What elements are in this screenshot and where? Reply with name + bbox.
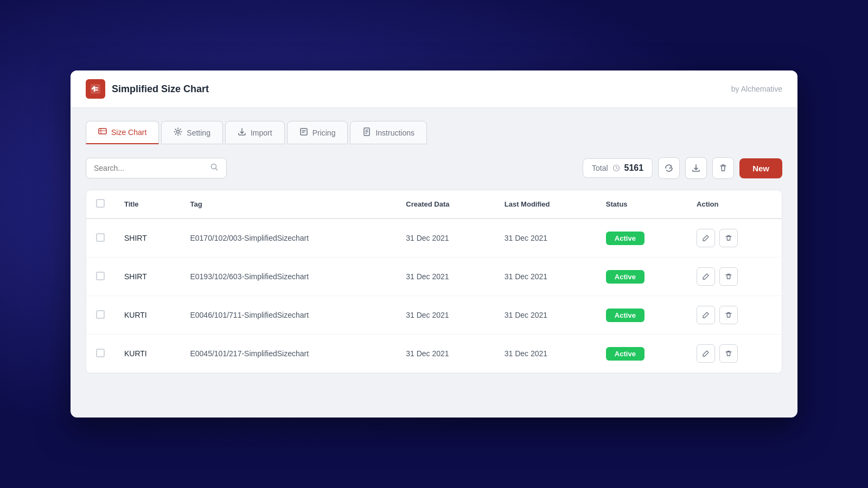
row-last-modified: 31 Dec 2021 [495, 335, 596, 373]
refresh-button[interactable] [658, 157, 680, 179]
row-delete-button[interactable] [719, 229, 738, 247]
new-button[interactable]: New [739, 158, 782, 178]
tabs: Size Chart Setting Impor [86, 121, 782, 144]
tab-instructions-label: Instructions [375, 129, 414, 137]
instructions-icon [362, 127, 371, 138]
total-icon [612, 164, 620, 172]
tab-instructions[interactable]: Instructions [350, 121, 427, 144]
col-action: Action [687, 190, 782, 219]
import-icon [238, 127, 246, 138]
tab-setting-label: Setting [187, 129, 210, 137]
edit-button[interactable] [697, 306, 715, 324]
col-last-modified: Last Modified [495, 190, 596, 219]
row-checkbox[interactable] [96, 349, 105, 357]
row-title: KURTI [114, 296, 180, 335]
row-action-cell [687, 258, 782, 296]
app-logo [86, 79, 105, 99]
row-status-cell: Active [596, 296, 687, 335]
row-delete-button[interactable] [719, 306, 738, 324]
row-action-cell [687, 335, 782, 373]
row-delete-button[interactable] [719, 344, 738, 363]
app-window: Simplified Size Chart by Alchemative Siz… [71, 70, 797, 418]
row-tag: E0170/102/003-SimplifiedSizechart [180, 219, 396, 258]
col-created-date: Created Data [396, 190, 495, 219]
data-table: Title Tag Created Data Last Modified Sta… [86, 190, 782, 374]
status-badge: Active [606, 309, 644, 322]
tab-import-label: Import [251, 129, 272, 137]
total-count: 5161 [624, 163, 644, 173]
row-checkbox[interactable] [96, 272, 105, 280]
table-row: SHIRT E0170/102/003-SimplifiedSizechart … [86, 219, 782, 258]
header: Simplified Size Chart by Alchemative [71, 70, 797, 108]
tab-size-chart[interactable]: Size Chart [86, 121, 159, 144]
row-created-date: 31 Dec 2021 [396, 296, 495, 335]
col-tag: Tag [180, 190, 396, 219]
row-title: SHIRT [114, 258, 180, 296]
action-buttons [697, 267, 772, 286]
total-label: Total [592, 164, 608, 172]
row-tag: E0193/102/603-SimplifiedSizechart [180, 258, 396, 296]
tab-pricing[interactable]: Pricing [287, 121, 348, 144]
row-checkbox-cell [86, 258, 114, 296]
table-row: KURTI E0046/101/711-SimplifiedSizechart … [86, 296, 782, 335]
content-area: Size Chart Setting Impor [71, 108, 797, 387]
row-checkbox-cell [86, 219, 114, 258]
status-badge: Active [606, 232, 644, 245]
table-row: SHIRT E0193/102/603-SimplifiedSizechart … [86, 258, 782, 296]
row-status-cell: Active [596, 219, 687, 258]
edit-button[interactable] [697, 267, 715, 286]
tab-size-chart-label: Size Chart [111, 128, 146, 137]
app-title: Simplified Size Chart [112, 84, 209, 95]
row-tag: E0045/101/217-SimplifiedSizechart [180, 335, 396, 373]
col-status: Status [596, 190, 687, 219]
toolbar: Total 5161 [86, 157, 782, 179]
tab-import[interactable]: Import [225, 121, 285, 144]
row-checkbox[interactable] [96, 233, 105, 242]
row-title: KURTI [114, 335, 180, 373]
row-delete-button[interactable] [719, 267, 738, 286]
pricing-icon [299, 127, 308, 138]
col-checkbox [86, 190, 114, 219]
edit-button[interactable] [697, 344, 715, 363]
svg-rect-1 [99, 129, 106, 134]
search-input[interactable] [94, 164, 206, 172]
action-buttons [697, 229, 772, 247]
table-row: KURTI E0045/101/217-SimplifiedSizechart … [86, 335, 782, 373]
action-buttons [697, 344, 772, 363]
row-checkbox-cell [86, 335, 114, 373]
row-last-modified: 31 Dec 2021 [495, 296, 596, 335]
search-icon [210, 163, 219, 174]
status-badge: Active [606, 270, 644, 284]
row-status-cell: Active [596, 258, 687, 296]
search-box[interactable] [86, 158, 227, 178]
row-created-date: 31 Dec 2021 [396, 335, 495, 373]
header-by: by Alchemative [731, 85, 782, 93]
tab-setting[interactable]: Setting [161, 121, 223, 144]
row-action-cell [687, 219, 782, 258]
row-created-date: 31 Dec 2021 [396, 219, 495, 258]
row-title: SHIRT [114, 219, 180, 258]
toolbar-right: Total 5161 [583, 157, 782, 179]
row-last-modified: 31 Dec 2021 [495, 258, 596, 296]
svg-point-4 [177, 130, 180, 133]
download-button[interactable] [685, 157, 707, 179]
row-action-cell [687, 296, 782, 335]
col-title: Title [114, 190, 180, 219]
svg-rect-5 [301, 129, 307, 135]
edit-button[interactable] [697, 229, 715, 247]
row-status-cell: Active [596, 335, 687, 373]
tab-pricing-label: Pricing [312, 129, 336, 137]
action-buttons [697, 306, 772, 324]
row-checkbox[interactable] [96, 310, 105, 319]
row-checkbox-cell [86, 296, 114, 335]
size-chart-icon [98, 127, 107, 138]
status-badge: Active [606, 347, 644, 361]
row-created-date: 31 Dec 2021 [396, 258, 495, 296]
header-checkbox[interactable] [96, 199, 105, 208]
table-header-row: Title Tag Created Data Last Modified Sta… [86, 190, 782, 219]
row-last-modified: 31 Dec 2021 [495, 219, 596, 258]
header-left: Simplified Size Chart [86, 79, 209, 99]
row-tag: E0046/101/711-SimplifiedSizechart [180, 296, 396, 335]
setting-icon [174, 127, 182, 138]
delete-button[interactable] [712, 157, 734, 179]
